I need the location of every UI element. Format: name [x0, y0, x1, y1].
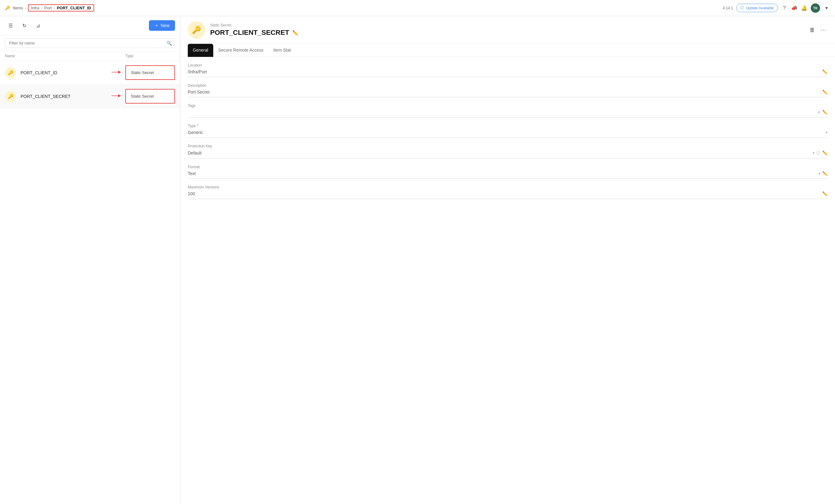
format-field: Format Text ▾ ✏️ — [188, 165, 828, 179]
plus-icon: ＋ — [155, 23, 159, 28]
detail-header: 🔑 Static Secret PORT_CLIENT_SECRET ✏️ 🗑 … — [180, 16, 835, 44]
filter-input[interactable] — [5, 38, 175, 48]
right-panel: 🔑 Static Secret PORT_CLIENT_SECRET ✏️ 🗑 … — [180, 16, 835, 504]
static-secret-box-row1: Static Secret — [125, 65, 175, 80]
breadcrumb-infra[interactable]: Infra — [31, 6, 39, 10]
list-view-button[interactable]: ☰ — [5, 20, 16, 31]
detail-actions: 🗑 ⋯ — [808, 25, 828, 35]
max-versions-value-row: 100 ✏️ — [188, 191, 828, 199]
filter-bar: 🔍 — [0, 35, 180, 51]
max-versions-edit-icon[interactable]: ✏️ — [822, 191, 828, 196]
delete-button[interactable]: 🗑 — [808, 25, 816, 35]
tab-general[interactable]: General — [188, 44, 213, 57]
arrow-icon — [111, 69, 122, 76]
location-label: Location — [188, 63, 828, 67]
format-label: Format — [188, 165, 828, 169]
refresh-icon: ↻ — [22, 23, 26, 28]
protection-key-label: Protection Key — [188, 144, 828, 148]
max-versions-label: Maximum Versions — [188, 185, 828, 189]
description-label: Description — [188, 83, 828, 88]
filter-button[interactable]: ⊿ — [32, 20, 43, 31]
breadcrumb-sep-3: › — [54, 6, 55, 10]
main-layout: ☰ ↻ ⊿ ＋ New 🔍 Name Type — [0, 16, 835, 504]
tags-dropdown-icon[interactable]: ▾ — [818, 110, 820, 115]
format-value: Text — [188, 171, 817, 176]
location-edit-icon[interactable]: ✏️ — [822, 69, 828, 74]
tab-item-stat[interactable]: Item Stat — [268, 44, 296, 57]
key-icon: 🔑 — [5, 6, 10, 10]
detail-subtitle: Static Secret — [210, 23, 803, 27]
list-header: Name Type — [0, 51, 180, 61]
new-button[interactable]: ＋ New — [149, 20, 175, 31]
list-icon: ☰ — [8, 23, 13, 28]
breadcrumb-active[interactable]: PORT_CLIENT_ID — [57, 6, 91, 10]
type-box-row1: Static Secret — [125, 65, 175, 80]
type-dropdown-icon[interactable]: ▾ — [826, 130, 828, 135]
static-secret-label-row2: Static Secret — [126, 89, 175, 103]
breadcrumb-items[interactable]: Items — [13, 6, 23, 10]
tags-edit-icon[interactable]: ✏️ — [822, 110, 828, 115]
refresh-button[interactable]: ↻ — [19, 20, 30, 31]
edit-name-icon[interactable]: ✏️ — [292, 30, 299, 36]
detail-tabs: General Secure Remote Access Item Stat — [180, 44, 835, 57]
format-value-row: Text ▾ ✏️ — [188, 171, 828, 179]
format-dropdown-icon[interactable]: ▾ — [818, 171, 820, 176]
key-icon: 🔑 — [8, 94, 14, 99]
list-items: 🔑 PORT_CLIENT_ID Static — [0, 61, 180, 504]
breadcrumb: 🔑 Items › Infra › Port › PORT_CLIENT_ID — [5, 4, 94, 12]
list-item[interactable]: 🔑 PORT_CLIENT_ID Static — [0, 61, 180, 85]
static-secret-box-row2: Static Secret — [125, 89, 175, 103]
tags-label: Tags — [188, 103, 828, 108]
format-edit-icon[interactable]: ✏️ — [822, 171, 828, 176]
item-name: PORT_CLIENT_SECRET — [21, 94, 108, 99]
arrow-icon — [111, 93, 122, 100]
description-value: Port Secret — [188, 89, 820, 95]
protection-key-edit-icon[interactable]: ✏️ — [822, 150, 828, 156]
protection-key-dropdown-icon[interactable]: ▾ — [813, 151, 814, 155]
detail-icon-wrap: 🔑 — [188, 21, 205, 39]
max-versions-field: Maximum Versions 100 ✏️ — [188, 185, 828, 199]
detail-form: Location /Infra/Port ✏️ Description Port… — [180, 57, 835, 504]
search-icon: 🔍 — [167, 41, 172, 46]
key-icon-large: 🔑 — [192, 25, 201, 34]
protection-key-info-icon[interactable]: ⓘ — [816, 150, 820, 156]
protection-key-value: Default — [188, 150, 811, 156]
type-box-row2: Static Secret — [125, 89, 175, 103]
location-value: /Infra/Port — [188, 69, 820, 74]
tags-value-row: ▾ ✏️ — [188, 110, 828, 118]
item-icon-wrap: 🔑 — [5, 91, 16, 102]
breadcrumb-sep-2: › — [41, 6, 42, 10]
detail-title-block: Static Secret PORT_CLIENT_SECRET ✏️ — [210, 23, 803, 37]
left-panel: ☰ ↻ ⊿ ＋ New 🔍 Name Type — [0, 16, 180, 504]
max-versions-value: 100 — [188, 191, 820, 196]
col-name-header: Name — [5, 54, 125, 58]
update-available-button[interactable]: ⓘ Update Available — [736, 4, 778, 12]
filter-input-wrap: 🔍 — [5, 38, 175, 48]
list-item[interactable]: 🔑 PORT_CLIENT_SECRET Sta — [0, 85, 180, 108]
location-value-row: /Infra/Port ✏️ — [188, 69, 828, 77]
type-value: Generic — [188, 130, 824, 135]
breadcrumb-port[interactable]: Port — [44, 6, 52, 10]
description-field: Description Port Secret ✏️ — [188, 83, 828, 97]
more-options-button[interactable]: ⋯ — [819, 25, 828, 35]
key-icon: 🔑 — [8, 70, 14, 76]
chevron-down-icon[interactable]: ▾ — [823, 5, 830, 12]
tab-secure-remote-access[interactable]: Secure Remote Access — [213, 44, 269, 57]
col-type-header: Type — [125, 54, 175, 58]
info-circle-icon: ⓘ — [740, 5, 744, 11]
location-field: Location /Infra/Port ✏️ — [188, 63, 828, 77]
breadcrumb-active-box: Infra › Port › PORT_CLIENT_ID — [28, 4, 94, 12]
item-icon-wrap: 🔑 — [5, 67, 16, 78]
avatar[interactable]: TK — [811, 3, 820, 13]
help-icon[interactable]: ? — [781, 5, 788, 12]
topbar: 🔑 Items › Infra › Port › PORT_CLIENT_ID … — [0, 0, 835, 16]
detail-name-text: PORT_CLIENT_SECRET — [210, 28, 289, 37]
protection-key-value-row: Default ▾ ⓘ ✏️ — [188, 150, 828, 159]
description-edit-icon[interactable]: ✏️ — [822, 89, 828, 95]
description-value-row: Port Secret ✏️ — [188, 89, 828, 97]
item-name: PORT_CLIENT_ID — [21, 70, 108, 75]
megaphone-icon[interactable]: 📣 — [791, 5, 798, 12]
filter-icon: ⊿ — [36, 23, 40, 28]
left-toolbar: ☰ ↻ ⊿ ＋ New — [0, 16, 180, 35]
bell-icon[interactable]: 🔔 — [801, 5, 808, 12]
